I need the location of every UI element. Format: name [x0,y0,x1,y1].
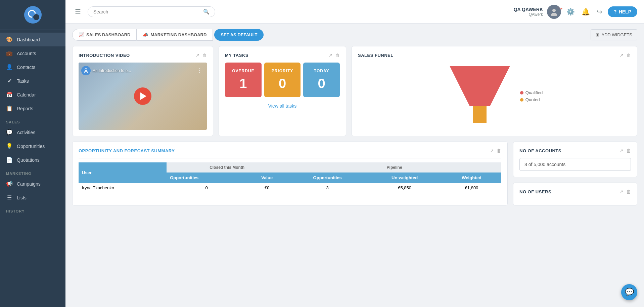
no-users-widget: NO OF USERS ↗ 🗑 [513,183,637,205]
view-all-tasks-button[interactable]: View all tasks [225,102,340,110]
logout-button[interactable]: ↪ [595,6,604,17]
tab-marketing-dashboard[interactable]: 📣 MARKETING DASHBOARD [137,29,213,41]
help-label: HELP [619,9,631,14]
my-tasks-title: MY TASKS [225,53,248,58]
contacts-icon: 👤 [6,64,13,70]
closed-month-header: Closed this Month [167,162,287,172]
sidebar-item-lists[interactable]: ☰ Lists [0,191,65,204]
overdue-label: OVERDUE [232,69,254,73]
row-pipeline-opp: 3 [287,183,367,193]
delete-opp-button[interactable]: 🗑 [497,148,501,153]
tab-sales-dashboard[interactable]: 📈 SALES DASHBOARD [72,29,137,41]
megaphone-icon: 📣 [143,32,148,37]
sidebar-item-dashboard[interactable]: 🎨 Dashboard [0,33,65,46]
widget-header-intro: INTRODUCTION VIDEO ↗ 🗑 [79,52,207,58]
widget-header-funnel: SALES FUNNEL ↗ 🗑 [358,52,631,58]
sidebar-item-label: Activities [17,130,35,135]
delete-funnel-button[interactable]: 🗑 [626,52,631,58]
widget-header-accounts: NO OF ACCOUNTS ↗ 🗑 [519,148,631,153]
widget-header-opp: OPPORTUNITY AND FORECAST SUMMARY ↗ 🗑 [79,148,501,153]
expand-accounts-button[interactable]: ↗ [619,148,624,153]
hamburger-button[interactable]: ☰ [72,6,84,17]
col-user-header: User [79,162,167,183]
sidebar-item-label: Contacts [17,65,35,70]
delete-accounts-button[interactable]: 🗑 [626,148,631,153]
settings-button[interactable]: ⚙️ → [565,6,576,17]
sidebar-item-contacts[interactable]: 👤 Contacts [0,60,65,74]
widget-header-users: NO OF USERS ↗ 🗑 [519,189,631,194]
sidebar-item-tasks[interactable]: ✔ Tasks [0,74,65,88]
topbar: ☰ 🔍 QA QAWERK QAwerk ⚙️ → 🔔 [65,0,644,24]
sidebar-item-accounts[interactable]: 💼 Accounts [0,46,65,60]
opportunity-widget: OPPORTUNITY AND FORECAST SUMMARY ↗ 🗑 Use… [72,142,508,205]
sidebar-item-label: Campaigns [17,181,41,187]
set-default-label: SET AS DEFAULT [221,32,257,37]
intro-video-widget: INTRODUCTION VIDEO ↗ 🗑 An Introduction [72,46,213,136]
sidebar-item-calendar[interactable]: 📅 Calendar [0,88,65,102]
widget-actions-tasks: ↗ 🗑 [328,52,340,58]
expand-intro-button[interactable]: ↗ [195,52,199,58]
row-closed-val: €0 [246,183,287,193]
col-unweighted-header: Un-weighted [367,172,442,183]
search-bar: 🔍 [88,6,215,17]
widget-actions-opp: ↗ 🗑 [490,148,501,153]
opportunity-table: User Closed this Month Pipeline Opportun… [79,162,501,193]
expand-users-button[interactable]: ↗ [619,189,624,194]
opportunity-title: OPPORTUNITY AND FORECAST SUMMARY [79,148,175,153]
chat-float-button[interactable]: 💬 [621,284,637,300]
reports-icon: 📋 [6,105,13,112]
sidebar-item-quotations[interactable]: 📄 Quotations [0,153,65,167]
user-sub: QAwerk [514,12,543,17]
overdue-task-box[interactable]: OVERDUE 1 [225,63,262,97]
widget-actions-accounts: ↗ 🗑 [619,148,631,153]
tab-set-default[interactable]: SET AS DEFAULT [214,29,264,41]
row-unweighted: €5,850 [367,183,442,193]
svg-point-3 [551,13,557,16]
quoted-dot [520,98,523,102]
video-thumbnail[interactable]: An Introduction to o... ⋮ [79,63,207,130]
expand-tasks-button[interactable]: ↗ [328,52,332,58]
help-button[interactable]: ? HELP [608,6,637,17]
sidebar-item-label: Dashboard [17,37,40,42]
delete-intro-button[interactable]: 🗑 [202,52,207,58]
notifications-button[interactable]: 🔔 [580,6,591,17]
search-input[interactable] [93,9,200,14]
delete-users-button[interactable]: 🗑 [626,189,631,194]
sidebar-item-reports[interactable]: 📋 Reports [0,102,65,115]
app-logo [24,6,42,24]
today-count: 0 [318,76,325,91]
video-caption: An Introduction to o... [93,68,131,73]
tab-sales-label: SALES DASHBOARD [86,32,130,37]
today-task-box[interactable]: TODAY 0 [303,63,340,97]
chart-icon: 📈 [79,32,84,37]
video-dots-button[interactable]: ⋮ [197,67,203,74]
delete-tasks-button[interactable]: 🗑 [335,52,340,58]
right-column: NO OF ACCOUNTS ↗ 🗑 8 of 5,000 accounts N… [513,142,637,205]
calendar-icon: 📅 [6,91,13,98]
sidebar-item-activities[interactable]: 💬 Activities [0,125,65,139]
sidebar-item-opportunities[interactable]: 💡 Opportunities [0,139,65,153]
svg-marker-6 [450,66,510,106]
sidebar-item-label: Lists [17,195,27,200]
row-weighted: €1,800 [442,183,501,193]
sidebar-item-campaigns[interactable]: 📢 Campaigns [0,177,65,191]
dashboard-tabs: 📈 SALES DASHBOARD 📣 MARKETING DASHBOARD … [72,29,637,41]
priority-label: PRIORITY [272,69,293,73]
campaigns-icon: 📢 [6,181,13,187]
svg-point-1 [32,14,37,19]
expand-funnel-button[interactable]: ↗ [619,52,624,58]
expand-opp-button[interactable]: ↗ [490,148,494,153]
row-user: Iryna Tkachenko [79,183,167,193]
svg-point-5 [84,71,88,73]
video-play-button[interactable] [134,87,151,105]
table-row: Iryna Tkachenko 0 €0 3 €5,850 €1,800 [79,183,501,193]
col-value-header: Value [246,172,287,183]
exit-icon: ↪ [597,8,602,15]
priority-task-box[interactable]: PRIORITY 0 [264,63,301,97]
section-label-marketing: MARKETING [0,167,65,177]
tasks-icon: ✔ [6,78,13,84]
add-widgets-button[interactable]: ⊞ ADD WIDGETS [591,29,637,40]
section-label-sales: SALES [0,115,65,125]
legend-quoted: Quoted [520,97,543,102]
no-users-title: NO OF USERS [519,189,551,194]
